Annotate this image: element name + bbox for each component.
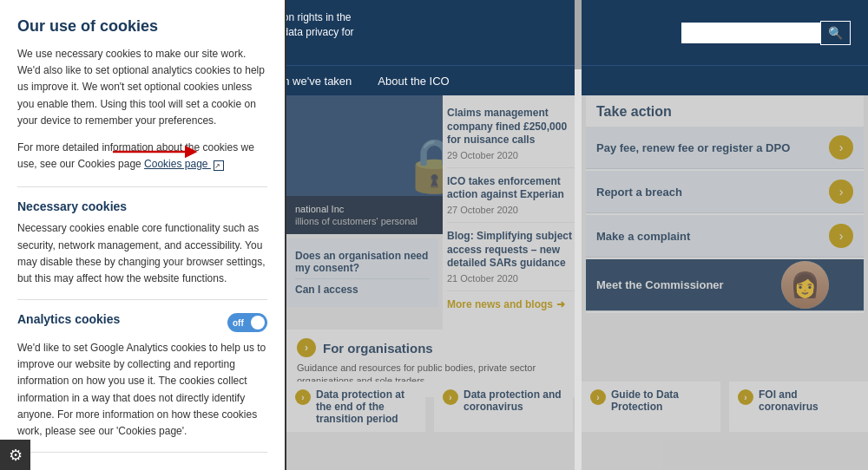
analytics-toggle[interactable]: off bbox=[227, 313, 267, 332]
necessary-cookies-desc: Necessary cookies enable core functional… bbox=[17, 220, 267, 287]
search-input[interactable] bbox=[681, 23, 820, 43]
external-link-icon: ↗ bbox=[214, 160, 224, 171]
analytics-cookies-title: Analytics cookies bbox=[17, 312, 120, 326]
header-search: 🔍 bbox=[681, 21, 851, 45]
scrollbar[interactable] bbox=[575, 0, 582, 470]
necessary-cookies-title: Necessary cookies bbox=[17, 199, 267, 213]
overlay-dim-right bbox=[582, 95, 868, 470]
red-arrow-annotation bbox=[104, 134, 208, 169]
divider-1 bbox=[17, 186, 267, 187]
divider-2 bbox=[17, 299, 267, 300]
nav-about-ico[interactable]: About the ICO bbox=[365, 66, 462, 96]
toggle-knob bbox=[251, 316, 265, 330]
gear-icon: ⚙ bbox=[9, 446, 23, 465]
analytics-cookies-desc: We'd like to set Google Analytics cookie… bbox=[17, 340, 267, 440]
divider-3 bbox=[17, 452, 267, 453]
overlay-dim bbox=[286, 95, 580, 470]
gear-settings-button[interactable]: ⚙ bbox=[0, 440, 30, 470]
scroll-thumb[interactable] bbox=[575, 0, 582, 69]
analytics-header: Analytics cookies off bbox=[17, 312, 267, 333]
cookie-panel: Our use of cookies We use necessary cook… bbox=[0, 0, 286, 470]
toggle-off-label: off bbox=[233, 318, 244, 328]
cookie-intro: We use necessary cookies to make our sit… bbox=[17, 46, 267, 129]
search-button[interactable]: 🔍 bbox=[820, 21, 851, 45]
cookie-title: Our use of cookies bbox=[17, 17, 267, 36]
